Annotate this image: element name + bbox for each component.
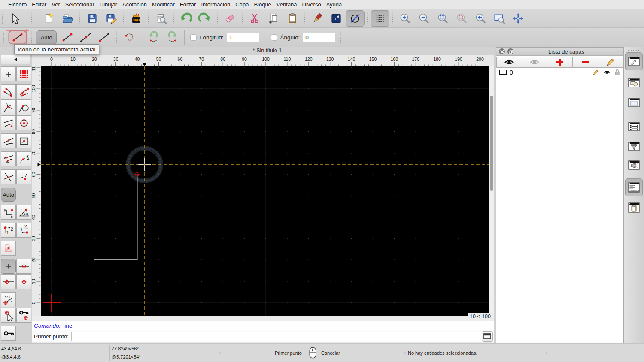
- save-as-button[interactable]: [102, 10, 121, 27]
- dock-light-view-button[interactable]: [625, 156, 643, 174]
- snap-auto-button[interactable]: Auto: [1, 188, 16, 202]
- snap-grid-button[interactable]: [16, 66, 31, 81]
- exclusive-snap-button[interactable]: [1, 241, 16, 256]
- cut-button[interactable]: [245, 10, 264, 27]
- menu-forzar[interactable]: Forzar: [177, 1, 199, 8]
- zoom-out-button[interactable]: [414, 10, 433, 27]
- draft-mode-button[interactable]: [346, 10, 365, 27]
- dock-filter-button[interactable]: [625, 137, 643, 155]
- undo-button[interactable]: [176, 10, 195, 27]
- snap-perpendicular-button[interactable]: [1, 115, 16, 130]
- snap-circle-button[interactable]: [16, 100, 31, 115]
- layer-remove-button[interactable]: [572, 57, 598, 68]
- open-file-button[interactable]: [58, 10, 77, 27]
- save-file-button[interactable]: [83, 10, 102, 27]
- tool-line-angle-button[interactable]: [76, 30, 95, 45]
- toolbar-drag-handle[interactable]: [1, 13, 4, 24]
- menu-ayuda[interactable]: Ayuda: [324, 1, 345, 8]
- restrict-horizontal-button[interactable]: [1, 274, 16, 289]
- tool-polyline-button[interactable]: [119, 30, 138, 45]
- menu-diverso[interactable]: Diverso: [300, 1, 324, 8]
- menu-dibujar[interactable]: Dibujar: [97, 1, 120, 8]
- dock-library-browser-button[interactable]: [625, 94, 643, 112]
- new-file-button[interactable]: [39, 10, 58, 27]
- grid-toggle-button[interactable]: [371, 10, 389, 27]
- close-icon[interactable]: [499, 48, 505, 54]
- snap-tangent-button[interactable]: [1, 100, 16, 115]
- menu-acotacion[interactable]: Acotación: [120, 1, 149, 8]
- layer-add-button[interactable]: [547, 57, 573, 68]
- dock-block-list-button[interactable]: [625, 74, 643, 92]
- select-cursor-button[interactable]: [6, 10, 24, 27]
- canvas-drawing[interactable]: [41, 66, 489, 316]
- length-checkbox[interactable]: [190, 34, 197, 41]
- layer-hidden-button[interactable]: [522, 57, 547, 68]
- angle-input[interactable]: [303, 33, 335, 42]
- undo-sequence-button[interactable]: [144, 30, 163, 45]
- dock-clipboard-button[interactable]: [625, 199, 643, 217]
- angle-checkbox[interactable]: [271, 34, 277, 41]
- zoom-previous-button[interactable]: [471, 10, 490, 27]
- snap-intersection-auto-button[interactable]: [1, 151, 16, 166]
- layer-visibility-eye-icon[interactable]: [599, 69, 611, 75]
- menu-editar[interactable]: Editar: [29, 1, 49, 8]
- zoom-in-button[interactable]: [395, 10, 414, 27]
- drawing-canvas[interactable]: [41, 66, 489, 316]
- tool-line-ray-button[interactable]: [95, 30, 113, 45]
- layer-edit-pencil-icon[interactable]: [589, 69, 599, 76]
- snap-free-button[interactable]: [1, 66, 16, 81]
- layer-lock-icon[interactable]: [611, 69, 620, 75]
- copy-button[interactable]: [264, 10, 283, 27]
- layer-edit-button[interactable]: [598, 57, 623, 68]
- set-relative-zero-button[interactable]: [1, 308, 16, 323]
- length-input[interactable]: [227, 33, 259, 42]
- redo-button[interactable]: [195, 10, 214, 27]
- snap-on-entity-button[interactable]: [16, 84, 31, 100]
- menu-bloque[interactable]: Bloque: [251, 1, 273, 8]
- restrict-orthogonal-button[interactable]: [16, 259, 31, 274]
- menu-fichero[interactable]: Fichero: [6, 1, 29, 8]
- tool-line-button[interactable]: [58, 30, 76, 45]
- snap-distance-button[interactable]: [16, 133, 31, 148]
- eraser-button[interactable]: [220, 10, 239, 27]
- restrict-vertical-button[interactable]: [16, 274, 31, 289]
- restrict-nothing-button[interactable]: [1, 259, 16, 274]
- relative-zero-key-button[interactable]: [1, 326, 16, 341]
- menu-ver[interactable]: Ver: [49, 1, 63, 8]
- paste-button[interactable]: [283, 10, 302, 27]
- zoom-pan-button[interactable]: [509, 10, 528, 27]
- snapbar-collapse-button[interactable]: [1, 55, 30, 64]
- set-angle-button[interactable]: [1, 292, 16, 307]
- coordinate-polar-button[interactable]: r a: [16, 205, 31, 220]
- command-dock-button[interactable]: [482, 331, 493, 342]
- menu-informacion[interactable]: Información: [198, 1, 233, 8]
- relative-point-1-button[interactable]: 1 2: [1, 223, 16, 238]
- snap-middle-button[interactable]: [1, 133, 16, 148]
- svg-export-button[interactable]: SVG: [127, 10, 146, 27]
- command-input[interactable]: [71, 332, 480, 341]
- menu-ventana[interactable]: Ventana: [274, 1, 300, 8]
- snap-restrict-12-button[interactable]: 1 2: [16, 151, 31, 166]
- vertical-scrollbar[interactable]: [489, 66, 494, 316]
- menu-capa[interactable]: Capa: [233, 1, 251, 8]
- line-auto-button[interactable]: Auto: [36, 30, 57, 45]
- relative-point-2-button[interactable]: 1 2: [16, 223, 31, 238]
- zoom-window-button[interactable]: [490, 10, 509, 27]
- pen-attributes-button[interactable]: [308, 10, 327, 27]
- dock-layer-list-button[interactable]: [625, 52, 643, 70]
- print-preview-button[interactable]: [152, 10, 170, 27]
- coordinate-cartesian-button[interactable]: y x: [1, 205, 16, 220]
- snap-center-button[interactable]: [16, 115, 31, 130]
- float-panel-icon[interactable]: [507, 48, 513, 54]
- snap-endpoints-button[interactable]: [1, 84, 16, 100]
- redo-sequence-button[interactable]: [163, 30, 181, 45]
- scrollbar-thumb[interactable]: [490, 96, 493, 191]
- toolbar-drag-handle[interactable]: [2, 32, 5, 43]
- layer-row[interactable]: 0: [496, 68, 623, 77]
- snap-intersection-manual-button[interactable]: [16, 169, 31, 184]
- dock-command-line-button[interactable]: command: [625, 178, 643, 196]
- dock-entity-list-button[interactable]: [625, 118, 643, 136]
- entity-attributes-button[interactable]: [327, 10, 346, 27]
- snap-intersection-button[interactable]: [1, 169, 16, 184]
- menu-modificar[interactable]: Modificar: [149, 1, 177, 8]
